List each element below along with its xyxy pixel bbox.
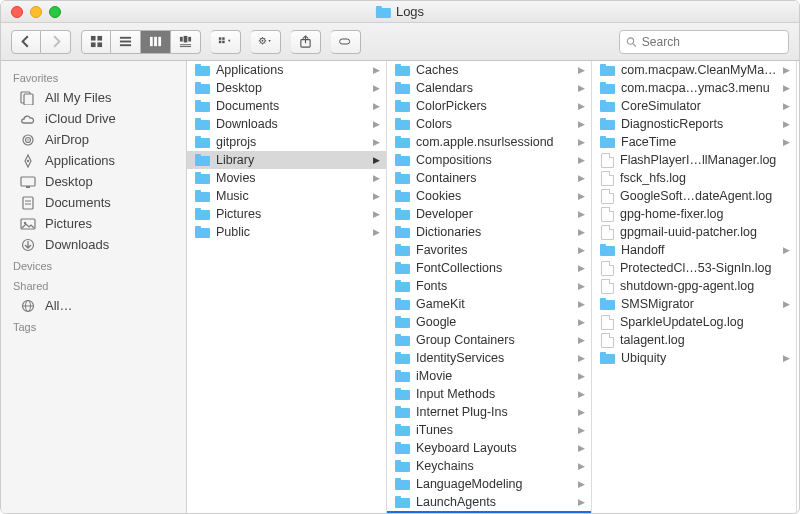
svg-rect-5 [120, 41, 131, 43]
svg-rect-14 [180, 46, 191, 47]
file-row[interactable]: iTunes▶ [387, 421, 591, 439]
sidebar-item[interactable]: All My Files [1, 87, 186, 108]
chevron-right-icon: ▶ [783, 299, 790, 309]
view-column-button[interactable] [141, 30, 171, 54]
sidebar-item[interactable]: AirDrop [1, 129, 186, 150]
sidebar-item[interactable]: iCloud Drive [1, 108, 186, 129]
file-name: Compositions [416, 153, 572, 167]
minimize-button[interactable] [30, 6, 42, 18]
file-row[interactable]: IdentityServices▶ [387, 349, 591, 367]
svg-rect-12 [188, 37, 191, 42]
search-field[interactable] [619, 30, 789, 54]
svg-rect-33 [23, 197, 33, 209]
file-row[interactable]: ProtectedCl…53-SignIn.log [592, 259, 796, 277]
file-row[interactable]: Google▶ [387, 313, 591, 331]
back-button[interactable] [11, 30, 41, 54]
sidebar-item[interactable]: Downloads [1, 234, 186, 255]
file-row[interactable]: com.macpaw.CleanMyMac3▶ [592, 61, 796, 79]
column[interactable]: Applications▶Desktop▶Documents▶Downloads… [187, 61, 387, 513]
file-row[interactable]: gpgmail-uuid-patcher.log [592, 223, 796, 241]
sidebar-item[interactable]: Applications [1, 150, 186, 171]
close-button[interactable] [11, 6, 23, 18]
file-row[interactable]: LaunchAgents▶ [387, 493, 591, 511]
desktop-icon [19, 175, 37, 189]
sidebar-item[interactable]: Documents [1, 192, 186, 213]
file-row[interactable]: GoogleSoft…dateAgent.log [592, 187, 796, 205]
column[interactable]: Caches▶Calendars▶ColorPickers▶Colors▶com… [387, 61, 592, 513]
file-row[interactable]: DiagnosticReports▶ [592, 115, 796, 133]
titlebar[interactable]: Logs [1, 1, 799, 23]
search-input[interactable] [642, 35, 782, 49]
forward-button[interactable] [41, 30, 71, 54]
file-row[interactable]: SMSMigrator▶ [592, 295, 796, 313]
chevron-right-icon: ▶ [578, 209, 585, 219]
file-row[interactable]: GameKit▶ [387, 295, 591, 313]
view-coverflow-button[interactable] [171, 30, 201, 54]
file-row[interactable]: Calendars▶ [387, 79, 591, 97]
file-row[interactable]: FlashPlayerI…llManager.log [592, 151, 796, 169]
file-name: Group Containers [416, 333, 572, 347]
file-row[interactable]: Music▶ [187, 187, 386, 205]
file-row[interactable]: Input Methods▶ [387, 385, 591, 403]
file-row[interactable]: Documents▶ [187, 97, 386, 115]
file-row[interactable]: Public▶ [187, 223, 386, 241]
file-row[interactable]: Caches▶ [387, 61, 591, 79]
file-row[interactable]: com.apple.nsurlsessiond▶ [387, 133, 591, 151]
view-list-button[interactable] [111, 30, 141, 54]
file-row[interactable]: Favorites▶ [387, 241, 591, 259]
file-row[interactable]: Developer▶ [387, 205, 591, 223]
file-row[interactable]: SparkleUpdateLog.log [592, 313, 796, 331]
file-row[interactable]: Colors▶ [387, 115, 591, 133]
file-name: Ubiquity [621, 351, 777, 365]
file-row[interactable]: Internet Plug-Ins▶ [387, 403, 591, 421]
sidebar-item[interactable]: All… [1, 295, 186, 316]
chevron-right-icon: ▶ [578, 425, 585, 435]
file-name: gitprojs [216, 135, 367, 149]
share-button[interactable] [291, 30, 321, 54]
file-row[interactable]: Group Containers▶ [387, 331, 591, 349]
file-row[interactable]: Pictures▶ [187, 205, 386, 223]
file-row[interactable]: Containers▶ [387, 169, 591, 187]
file-row[interactable]: gitprojs▶ [187, 133, 386, 151]
file-row[interactable]: Compositions▶ [387, 151, 591, 169]
chevron-right-icon: ▶ [373, 137, 380, 147]
file-row[interactable]: CoreSimulator▶ [592, 97, 796, 115]
file-row[interactable]: Keyboard Layouts▶ [387, 439, 591, 457]
sidebar-item[interactable]: Pictures [1, 213, 186, 234]
file-row[interactable]: Downloads▶ [187, 115, 386, 133]
file-row[interactable]: FaceTime▶ [592, 133, 796, 151]
view-icon-button[interactable] [81, 30, 111, 54]
action-button[interactable] [251, 30, 281, 54]
file-row[interactable]: shutdown-gpg-agent.log [592, 277, 796, 295]
sidebar-item-label: Downloads [45, 237, 109, 252]
file-row[interactable]: Handoff▶ [592, 241, 796, 259]
file-row[interactable]: FontCollections▶ [387, 259, 591, 277]
file-row[interactable]: Dictionaries▶ [387, 223, 591, 241]
file-row[interactable]: Keychains▶ [387, 457, 591, 475]
tags-button[interactable] [331, 30, 361, 54]
column[interactable]: com.macpaw.CleanMyMac3▶com.macpa…ymac3.m… [592, 61, 797, 513]
arrange-button[interactable] [211, 30, 241, 54]
chevron-right-icon: ▶ [783, 101, 790, 111]
file-row[interactable]: fsck_hfs.log [592, 169, 796, 187]
file-row[interactable]: Fonts▶ [387, 277, 591, 295]
file-row[interactable]: talagent.log [592, 331, 796, 349]
toolbar [1, 23, 799, 61]
file-row[interactable]: Movies▶ [187, 169, 386, 187]
file-row[interactable]: Library▶ [187, 151, 386, 169]
search-icon [626, 36, 637, 48]
svg-rect-22 [340, 39, 350, 44]
file-row[interactable]: Applications▶ [187, 61, 386, 79]
file-row[interactable]: iMovie▶ [387, 367, 591, 385]
file-row[interactable]: LanguageModeling▶ [387, 475, 591, 493]
zoom-button[interactable] [49, 6, 61, 18]
file-row[interactable]: gpg-home-fixer.log [592, 205, 796, 223]
chevron-right-icon: ▶ [373, 83, 380, 93]
file-row[interactable]: Cookies▶ [387, 187, 591, 205]
file-row[interactable]: ColorPickers▶ [387, 97, 591, 115]
file-row[interactable]: com.macpa…ymac3.menu▶ [592, 79, 796, 97]
file-row[interactable]: Ubiquity▶ [592, 349, 796, 367]
sidebar-item[interactable]: Desktop [1, 171, 186, 192]
file-row[interactable]: Logs▶ [387, 511, 591, 513]
file-row[interactable]: Desktop▶ [187, 79, 386, 97]
